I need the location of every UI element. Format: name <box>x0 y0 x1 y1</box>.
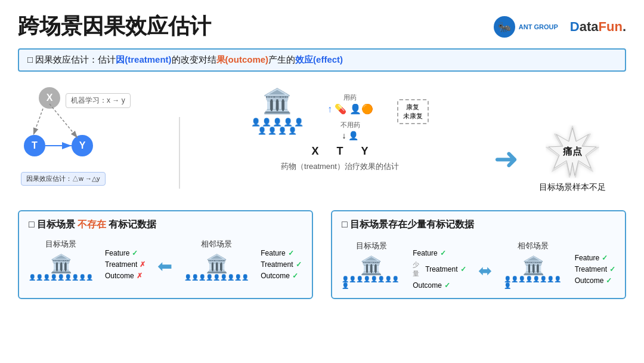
def-outcome: 果(outcome) <box>216 54 269 64</box>
target-scene: 目标场景 🏛️ 👤👤👤👤👤👤👤👤👤 <box>29 239 93 281</box>
target-outcome-check: ✗ <box>137 272 143 280</box>
use-drug-label: 用药 <box>343 93 357 102</box>
pain-point-area: ➜ 痛点 目标场景样本不足 <box>494 105 626 213</box>
neighbor-scene2: 相邻场景 🏛️ 👤👤👤👤👤👤👤👤👤 <box>504 241 563 289</box>
target-label2: 目标场景 <box>356 241 387 251</box>
scenario2-arrow: ⬌ <box>478 261 492 281</box>
target-feature-row2: Feature ✓ <box>413 249 466 257</box>
target-label: 目标场景 <box>45 239 76 250</box>
med-caption: 药物（treatment）治疗效果的估计 <box>281 161 399 172</box>
y-label: Y <box>361 145 369 158</box>
target-people2: 👤👤👤👤👤👤👤👤👤 <box>342 276 401 289</box>
use-arrow: ↑ 💊 👤🟠 <box>327 103 373 115</box>
page: 跨场景因果效应估计 🐜 ANT GROUP DataFun. □ 因果效应估计：… <box>0 0 644 363</box>
neighbor-feature-label2: Feature <box>575 254 599 262</box>
big-right-arrow: ➜ <box>494 141 519 176</box>
neighbor-feature-check2: ✓ <box>602 254 608 262</box>
target-outcome-row2: Outcome ✓ <box>413 281 466 290</box>
bottom-section: □ 目标场景不存在有标记数据 目标场景 🏛️ 👤👤👤👤👤👤👤👤👤 Feature… <box>18 210 626 299</box>
neighbor-treatment-row: Treatment ✓ <box>261 260 301 269</box>
scenario2-content: 目标场景 🏛️ 👤👤👤👤👤👤👤👤👤 Feature ✓ 少量 Treatment… <box>342 238 615 291</box>
def-suffix: 产生的 <box>268 54 295 64</box>
xyz-labels: X T Y <box>311 145 368 158</box>
ant-icon: 🐜 <box>494 16 515 38</box>
neighbor-treatment-check: ✓ <box>296 260 302 269</box>
section-divider <box>173 117 186 189</box>
scenario1-suffix: 有标记数据 <box>109 219 156 231</box>
middle-section: X 机器学习：x → y T Y <box>18 81 626 201</box>
ant-group-text: ANT GROUP <box>519 23 558 30</box>
datafun-logo: DataFun. <box>570 19 626 35</box>
target-outcome-check2: ✓ <box>444 281 450 290</box>
neighbor-treatment-label2: Treatment <box>575 265 607 273</box>
header: 跨场景因果效应估计 🐜 ANT GROUP DataFun. <box>18 12 626 41</box>
target-feature-label2: Feature <box>413 249 437 257</box>
medicine-scenario: 🏛️ 👤👤👤👤👤 👤👤👤👤 用药 ↑ 💊 👤🟠 不用药 ↓ 👤 <box>186 81 494 189</box>
scenario2-title-text: □ 目标场景存在少量有标记数据 <box>342 219 474 231</box>
neighbor-building2: 🏛️ <box>522 255 544 276</box>
neighbor-treatment-label: Treatment <box>261 260 293 269</box>
scenario2-title: □ 目标场景存在少量有标记数据 <box>342 219 615 231</box>
people-icons: 👤👤👤👤👤 <box>251 118 304 127</box>
scenario1-prefix: □ 目标场景 <box>29 219 75 231</box>
target-treatment-label2: Treatment <box>425 265 457 273</box>
t-label: T <box>337 145 343 158</box>
page-title: 跨场景因果效应估计 <box>18 12 211 41</box>
starburst: 痛点 <box>546 125 599 179</box>
scenario1-arrow: ⬅ <box>157 256 172 276</box>
neighbor-checks2: Feature ✓ Treatment ✓ Outcome ✓ <box>575 254 615 286</box>
outcome-group: 康复 未康复 <box>397 99 429 124</box>
scenario1-box: □ 目标场景不存在有标记数据 目标场景 🏛️ 👤👤👤👤👤👤👤👤👤 Feature… <box>18 210 313 299</box>
neighbor-feature-row: Feature ✓ <box>261 249 301 257</box>
norecover-label: 未康复 <box>403 112 423 121</box>
neighbor-label2: 相邻场景 <box>518 241 549 251</box>
ant-group-logo: 🐜 ANT GROUP <box>494 16 558 38</box>
neighbor-feature-label: Feature <box>261 249 285 257</box>
pain-caption: 目标场景样本不足 <box>539 182 606 193</box>
neighbor-treatment-check2: ✓ <box>609 265 615 273</box>
scenario1-title: □ 目标场景不存在有标记数据 <box>29 219 302 231</box>
building-group: 🏛️ 👤👤👤👤👤 👤👤👤👤 <box>251 87 304 135</box>
target-outcome-label2: Outcome <box>413 281 442 290</box>
scenario1-noexit: 不存在 <box>78 219 106 231</box>
neighbor-outcome-check2: ✓ <box>606 276 612 285</box>
target-checks: Feature ✓ Treatment ✗ Outcome ✗ <box>105 249 145 281</box>
pain-label: 痛点 <box>563 146 582 158</box>
recover-label: 康复 <box>403 103 423 112</box>
def-prefix: □ 因果效应估计：估计 <box>27 54 116 64</box>
target-treatment-check2: ✓ <box>460 265 466 273</box>
neighbor-scene: 相邻场景 🏛️ 👤👤👤👤👤👤👤👤👤 <box>184 239 249 281</box>
building-icon: 🏛️ <box>262 87 292 115</box>
neighbor-outcome-row2: Outcome ✓ <box>575 276 615 285</box>
shao-liang: 少量 <box>413 260 421 278</box>
neighbor-building: 🏛️ <box>206 253 228 274</box>
target-feature-check: ✓ <box>132 249 138 257</box>
target-treatment-row2: 少量 Treatment ✓ <box>413 260 466 278</box>
neighbor-treatment-row2: Treatment ✓ <box>575 265 615 273</box>
target-feature-check2: ✓ <box>440 249 446 257</box>
target-feature-label: Feature <box>105 249 129 257</box>
def-treatment: 因(treatment) <box>116 54 171 64</box>
def-middle: 的改变对结 <box>172 54 216 64</box>
target-treatment-check: ✗ <box>140 260 145 269</box>
target-scene2: 目标场景 🏛️ 👤👤👤👤👤👤👤👤👤 <box>342 241 401 289</box>
treatment-branch: 用药 ↑ 💊 👤🟠 不用药 ↓ 👤 <box>327 93 373 140</box>
neighbor-feature-check: ✓ <box>288 249 294 257</box>
svg-line-3 <box>33 109 43 135</box>
nouse-person: ↓ 👤 <box>342 131 359 140</box>
neighbor-outcome-label: Outcome <box>261 272 290 280</box>
target-outcome-row: Outcome ✗ <box>105 272 145 280</box>
definition-box: □ 因果效应估计：估计因(treatment)的改变对结果(outcome)产生… <box>18 48 626 72</box>
target-building2: 🏛️ <box>360 255 382 276</box>
neighbor-label: 相邻场景 <box>201 239 232 250</box>
logos: 🐜 ANT GROUP DataFun. <box>494 16 626 38</box>
target-outcome-label: Outcome <box>105 272 134 280</box>
graph-diagram: X 机器学习：x → y T Y <box>18 81 173 189</box>
neighbor-people2: 👤👤👤👤👤👤👤👤👤 <box>504 276 563 289</box>
target-treatment-row: Treatment ✗ <box>105 260 145 269</box>
nouse-drug-label: 不用药 <box>340 121 360 130</box>
neighbor-outcome-label2: Outcome <box>575 276 604 285</box>
causal-label: 因果效应估计：△w →△y <box>21 172 106 186</box>
x-label: X <box>311 145 318 158</box>
def-effect: 效应(effect) <box>295 54 343 64</box>
